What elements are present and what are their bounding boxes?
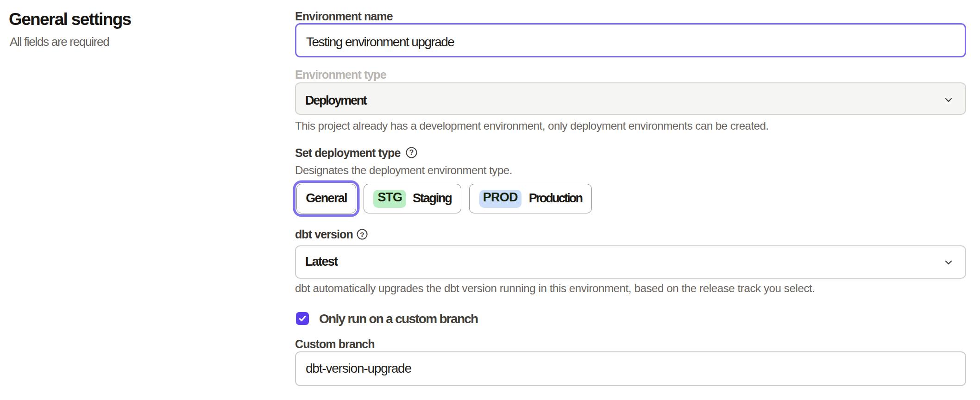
svg-text:?: ?: [360, 231, 364, 238]
svg-text:?: ?: [409, 149, 414, 156]
